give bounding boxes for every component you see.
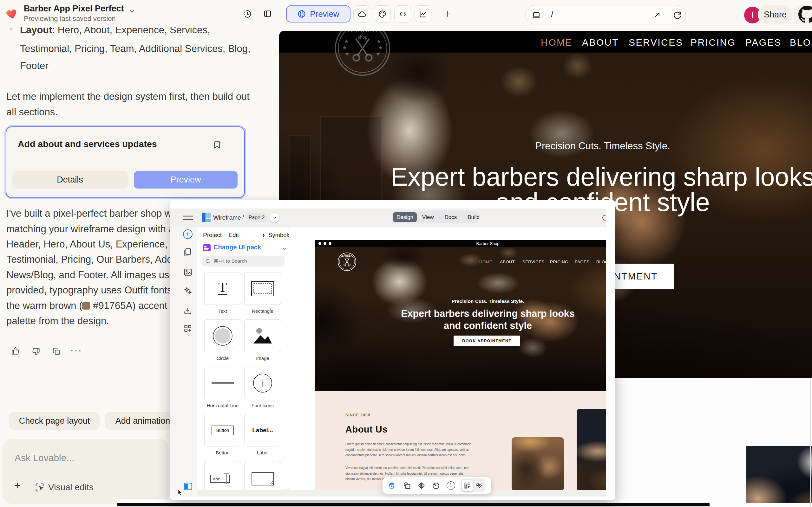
svg-text:shop: shop	[358, 35, 368, 40]
svg-text:abc: abc	[213, 476, 220, 481]
svg-text:BARBER: BARBER	[342, 254, 353, 257]
svg-text:T: T	[218, 280, 227, 295]
svg-text:i: i	[261, 378, 264, 389]
svg-text:shop: shop	[345, 257, 349, 259]
svg-text:BARBER: BARBER	[347, 31, 377, 34]
